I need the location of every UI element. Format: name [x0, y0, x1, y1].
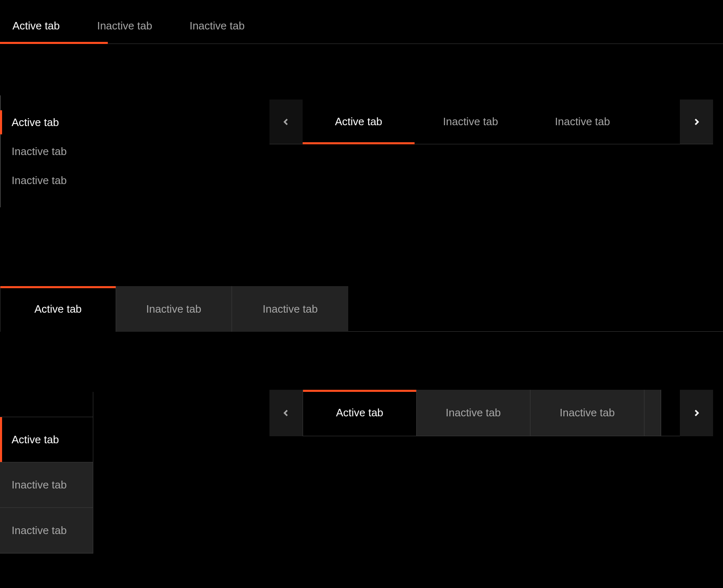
vertical-tabs-plain: Active tab Inactive tab Inactive tab: [0, 95, 133, 207]
tabs-track: Active tab Inactive tab Inactive tab: [303, 390, 680, 436]
tab[interactable]: Active tab: [0, 286, 116, 332]
tab-label: Active tab: [12, 116, 59, 129]
tab[interactable]: Inactive tab: [1, 166, 133, 195]
vertical-tabs-boxed: Active tab Inactive tab Inactive tab: [0, 392, 93, 554]
tab[interactable]: Inactive tab: [97, 8, 152, 44]
scroll-left-button[interactable]: [269, 390, 303, 436]
tab-label: Inactive tab: [12, 145, 67, 158]
tab[interactable]: Inactive tab: [0, 462, 93, 508]
scroll-right-button[interactable]: [680, 390, 713, 436]
tab-label: Inactive tab: [443, 115, 498, 128]
chevron-left-icon: [281, 117, 291, 126]
tab-label: Active tab: [12, 433, 59, 446]
tab-label: Active tab: [336, 406, 383, 419]
tab[interactable]: Inactive tab: [232, 286, 348, 332]
scroll-right-button[interactable]: [680, 100, 713, 144]
horizontal-tabs-scrollable-plain: Active tab Inactive tab Inactive tab: [269, 100, 713, 144]
tab-label: Inactive tab: [446, 406, 501, 419]
tab[interactable]: Inactive tab: [0, 508, 93, 554]
tab-label: Inactive tab: [97, 19, 152, 32]
tab-label: Inactive tab: [263, 303, 318, 316]
scroll-left-button[interactable]: [269, 100, 303, 144]
tab[interactable]: Inactive tab: [531, 390, 645, 436]
tab[interactable]: Inactive tab: [116, 286, 232, 332]
tab-label: Inactive tab: [189, 19, 245, 32]
tab-label: Inactive tab: [560, 406, 615, 419]
tab-label: Inactive tab: [555, 115, 610, 128]
tab[interactable]: Inactive tab: [1, 137, 133, 166]
tab[interactable]: Active tab: [0, 417, 93, 462]
tab-label: Active tab: [12, 19, 60, 32]
tab[interactable]: Inactive tab: [526, 100, 638, 144]
tab-label: Inactive tab: [146, 303, 201, 316]
tab-label: Inactive tab: [12, 524, 67, 537]
horizontal-tabs-scrollable-boxed: Active tab Inactive tab Inactive tab: [269, 390, 713, 436]
tab-label: Inactive tab: [12, 174, 67, 187]
chevron-right-icon: [692, 117, 701, 126]
horizontal-tabs-boxed: Active tab Inactive tab Inactive tab: [0, 286, 723, 332]
chevron-left-icon: [281, 408, 291, 418]
tab[interactable]: Active tab: [1, 108, 133, 137]
horizontal-tabs-plain: Active tab Inactive tab Inactive tab: [0, 8, 723, 44]
tab[interactable]: Inactive tab: [417, 390, 531, 436]
chevron-right-icon: [692, 408, 701, 418]
tab[interactable]: Inactive tab: [189, 8, 245, 44]
tab-label: Inactive tab: [12, 479, 67, 491]
tab[interactable]: Active tab: [303, 100, 415, 144]
tab-label: Active tab: [34, 303, 82, 316]
tab[interactable]: Active tab: [12, 8, 60, 44]
tab-overflow[interactable]: [645, 390, 661, 436]
tab-label: Active tab: [335, 115, 382, 128]
tab[interactable]: Active tab: [303, 390, 417, 436]
tab[interactable]: Inactive tab: [415, 100, 526, 144]
